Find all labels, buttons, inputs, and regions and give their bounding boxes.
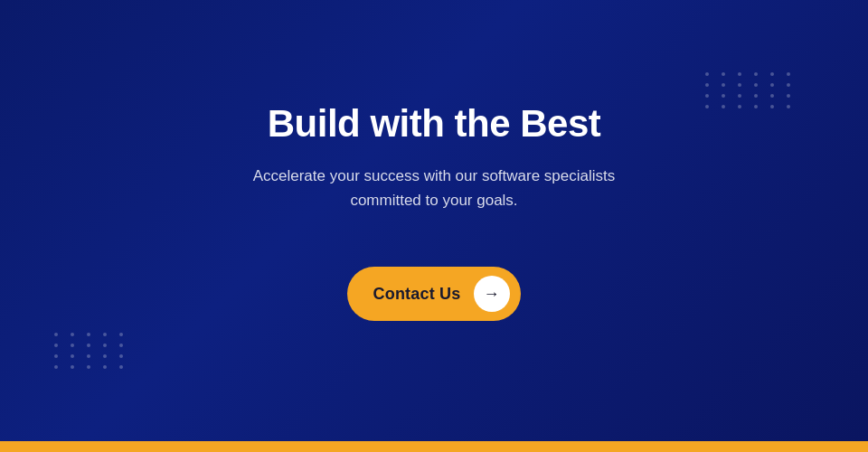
dot: [787, 94, 790, 98]
contact-us-button[interactable]: Contact Us →: [347, 267, 520, 321]
dot: [87, 365, 90, 369]
dot: [738, 72, 741, 76]
dot: [754, 72, 758, 76]
arrow-icon: →: [484, 286, 500, 302]
dot: [103, 333, 107, 336]
dot: [119, 354, 123, 358]
dot: [787, 72, 790, 76]
dot: [705, 83, 709, 87]
dot: [770, 83, 774, 87]
dot: [738, 83, 741, 87]
dot: [705, 105, 709, 108]
dot: [54, 344, 58, 347]
dot: [119, 333, 123, 336]
dot: [71, 354, 74, 358]
dot: [787, 83, 790, 87]
dot: [705, 94, 709, 98]
dot: [87, 344, 90, 347]
dot: [770, 105, 774, 108]
dot: [754, 94, 758, 98]
dot: [71, 365, 74, 369]
dot: [722, 72, 725, 76]
dot: [103, 365, 107, 369]
bottom-accent-bar: [0, 441, 868, 452]
dot: [87, 333, 90, 336]
dots-bottom-left-pattern: [54, 333, 128, 369]
dot: [770, 72, 774, 76]
dot: [87, 354, 90, 358]
dot: [722, 94, 725, 98]
dot: [754, 83, 758, 87]
hero-subtitle: Accelerate your success with our softwar…: [217, 164, 651, 212]
dot: [71, 344, 74, 347]
dot: [103, 344, 107, 347]
dot: [119, 365, 123, 369]
dot: [722, 83, 725, 87]
dot: [705, 72, 709, 76]
dot: [54, 365, 58, 369]
dot: [71, 333, 74, 336]
dot: [754, 105, 758, 108]
cta-arrow-circle: →: [474, 276, 510, 312]
hero-title: Build with the Best: [268, 102, 601, 146]
dot: [738, 94, 741, 98]
page-wrapper: Build with the Best Accelerate your succ…: [0, 0, 868, 452]
dot: [770, 94, 774, 98]
dot: [54, 333, 58, 336]
dot: [119, 344, 123, 347]
cta-label: Contact Us: [373, 285, 460, 304]
dot: [103, 354, 107, 358]
dot: [722, 105, 725, 108]
dot: [738, 105, 741, 108]
dot: [54, 354, 58, 358]
dot: [787, 105, 790, 108]
dots-top-right-pattern: [705, 72, 796, 108]
hero-section: Build with the Best Accelerate your succ…: [0, 0, 868, 441]
